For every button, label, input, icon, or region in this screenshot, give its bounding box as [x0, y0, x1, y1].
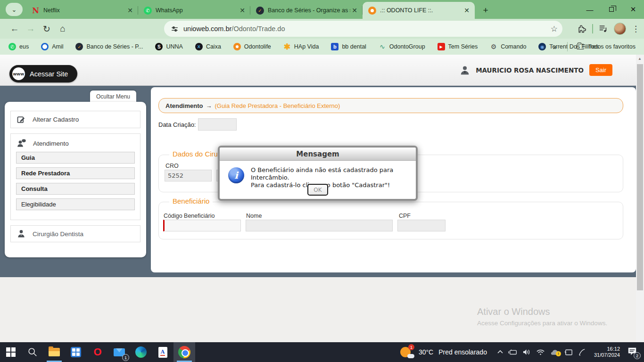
sidebar-item-alterar-cadastro[interactable]: Alterar Cadastro — [10, 111, 140, 128]
tab-netflix[interactable]: N Netflix ✕ — [26, 2, 138, 19]
bookmark-comando[interactable]: ⚙Comando — [490, 43, 526, 50]
url-path: /Odonto/Trade.do — [231, 25, 285, 33]
sidebar-item-elegibilidade[interactable]: Elegibilidade — [16, 198, 135, 210]
comando-icon: ⚙ — [490, 43, 497, 50]
onedrive-tray[interactable]: ! — [550, 349, 560, 355]
dialog-message-line1: O Beneficiário ainda não está cadastrado… — [251, 166, 416, 181]
window-close-button[interactable]: ✕ — [622, 0, 644, 19]
cast-icon[interactable] — [564, 349, 573, 356]
bookmark-bbdental[interactable]: bbb dental — [331, 43, 366, 50]
logout-button[interactable]: Sair — [589, 64, 612, 76]
sidebar-item-rede-prestadora[interactable]: Rede Prestadora — [16, 167, 135, 179]
bookmark-star-icon[interactable]: ☆ — [551, 24, 558, 34]
scroll-up-arrow-icon[interactable]: ▲ — [638, 57, 642, 61]
clock-date: 31/07/2024 — [594, 352, 620, 358]
sidebar-group-atendimento: Atendimento Guia Rede Prestadora Consult… — [10, 133, 140, 220]
bookmarks-bar: ✆eus Amil ✓Banco de Séries - P... SUNNA … — [0, 39, 644, 55]
caixa-icon: X — [195, 43, 203, 50]
weather-widget[interactable]: 1 — [400, 346, 413, 358]
clock-time: 16:12 — [594, 346, 620, 352]
extensions-icon[interactable] — [577, 24, 586, 33]
window-restore-button[interactable] — [601, 0, 622, 19]
media-controls-icon[interactable] — [599, 25, 608, 33]
weather-temperature[interactable]: 30°C — [419, 348, 433, 356]
tab-search-button[interactable]: ⌄ — [6, 3, 23, 16]
profile-avatar[interactable] — [614, 23, 626, 35]
taskbar-search-button[interactable] — [22, 342, 43, 362]
bookmark-amil[interactable]: Amil — [41, 43, 63, 50]
forward-button[interactable]: → — [23, 21, 39, 37]
site-settings-icon[interactable] — [171, 25, 179, 33]
dialog-message: O Beneficiário ainda não está cadastrado… — [251, 166, 416, 189]
wifi-icon[interactable] — [536, 349, 545, 356]
new-tab-button[interactable]: + — [479, 3, 493, 17]
bookmark-odontogroup[interactable]: ∿OdontoGroup — [379, 43, 425, 50]
scrollbar-thumb[interactable] — [637, 64, 643, 290]
ok-button[interactable]: OK — [307, 184, 328, 196]
bookmark-odontolife[interactable]: Odontolife — [233, 43, 271, 50]
sidebar-item-guia[interactable]: Guia — [16, 152, 135, 164]
start-button[interactable] — [0, 342, 22, 362]
tab-close-icon[interactable]: ✕ — [238, 6, 247, 15]
data-criacao-input[interactable] — [198, 118, 237, 131]
bookmarks-overflow-chevron[interactable]: » — [553, 43, 557, 51]
nome-input[interactable] — [246, 220, 393, 231]
breadcrumb: Atendimento → (Guia Rede Prestadora - Be… — [158, 98, 623, 113]
volume-icon[interactable] — [522, 348, 531, 356]
bookmark-banco-de-series[interactable]: ✓Banco de Séries - P... — [75, 43, 143, 50]
tray-chevron-up-icon[interactable] — [497, 349, 504, 355]
sidebar-item-consulta[interactable]: Consulta — [16, 183, 135, 195]
beneficiary-fieldset: Beneficiário Código Beneficiário Nome CP… — [158, 202, 623, 239]
banco-de-series-icon: ✓ — [256, 7, 264, 15]
tab-close-icon[interactable]: ✕ — [462, 6, 471, 15]
bookmark-eus[interactable]: ✆eus — [8, 43, 29, 50]
cpf-input[interactable] — [397, 220, 446, 231]
browser-scrollbar[interactable]: ▲ — [636, 55, 644, 342]
edge-icon — [135, 346, 147, 358]
content-background: Ocultar Menu Alterar Cadastro Atendiment… — [0, 86, 636, 277]
tab-odonto-life-active[interactable]: .:: ODONTO LIFE ::. ✕ — [363, 2, 475, 19]
tab-close-icon[interactable]: ✕ — [350, 6, 359, 15]
home-button[interactable]: ⌂ — [55, 21, 71, 37]
bookmark-caixa[interactable]: XCaixa — [195, 43, 221, 50]
taskbar-wordpad[interactable]: A — [152, 342, 173, 362]
tab-title: .:: ODONTO LIFE ::. — [380, 7, 462, 14]
browser-menu-icon[interactable]: ⋮ — [632, 24, 640, 34]
action-center-button[interactable]: 2 — [627, 346, 639, 358]
odontolife-icon — [368, 7, 376, 15]
weather-description[interactable]: Pred ensolarado — [438, 348, 487, 356]
all-bookmarks-button[interactable]: Todos os favoritos — [577, 43, 636, 50]
tab-close-icon[interactable]: ✕ — [126, 6, 134, 15]
whatsapp-icon: ✆ — [8, 43, 16, 50]
taskbar-microsoft-store[interactable] — [65, 342, 87, 362]
tab-whatsapp[interactable]: ✆ WhatsApp ✕ — [138, 2, 250, 19]
sidebar-item-cirurgiao-dentista[interactable]: Cirurgião Dentista — [10, 225, 140, 242]
windows-taskbar: O 1 A 1 30°C Pred ensolarado ! 16:12 — [0, 342, 644, 362]
address-bar[interactable]: unioweb.com.br/Odonto/Trade.do ☆ — [164, 21, 562, 37]
cro-label: CRO — [165, 163, 179, 169]
access-site-button[interactable]: www Acessar Site — [9, 65, 77, 82]
tab-banco-de-series[interactable]: ✓ Banco de Séries - Organize as s ✕ — [250, 2, 363, 19]
codigo-beneficiario-input[interactable] — [163, 220, 241, 231]
window-minimize-button[interactable]: — — [579, 0, 601, 19]
bookmark-unna[interactable]: SUNNA — [155, 43, 182, 50]
file-explorer-icon — [49, 348, 60, 356]
taskbar-opera[interactable]: O — [87, 342, 108, 362]
info-icon: i — [228, 167, 244, 183]
taskbar-chrome[interactable] — [173, 342, 195, 362]
reload-button[interactable]: ↻ — [39, 21, 55, 37]
pen-input-icon[interactable] — [578, 348, 586, 356]
back-button[interactable]: ← — [7, 21, 23, 37]
taskbar-file-explorer[interactable] — [43, 342, 65, 362]
tab-title: Netflix — [43, 7, 126, 14]
taskbar-edge[interactable] — [130, 342, 152, 362]
bookmark-hapvida[interactable]: ✱HAp Vida — [283, 43, 319, 50]
taskbar-mail[interactable]: 1 — [108, 342, 130, 362]
hide-menu-button[interactable]: Ocultar Menu — [90, 90, 136, 102]
battery-icon[interactable] — [508, 349, 518, 355]
restore-icon — [609, 7, 614, 12]
cro-input[interactable] — [165, 170, 212, 181]
bookmark-temseries[interactable]: ▶Tem Séries — [438, 43, 478, 50]
sidebar-item-atendimento[interactable]: Atendimento — [11, 134, 140, 152]
taskbar-clock[interactable]: 16:12 31/07/2024 — [594, 346, 620, 358]
